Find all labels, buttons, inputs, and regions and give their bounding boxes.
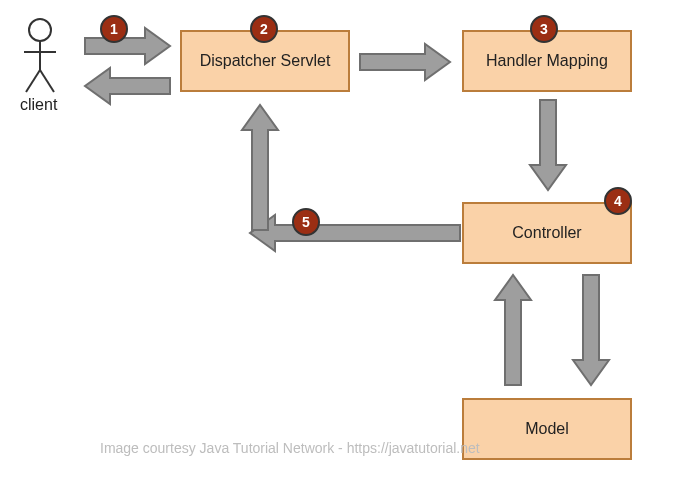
badge-2: 2	[250, 15, 278, 43]
box-controller: Controller	[462, 202, 632, 264]
credit-text: Image courtesy Java Tutorial Network - h…	[100, 440, 480, 456]
badge-5: 5	[292, 208, 320, 236]
svg-line-3	[26, 70, 40, 92]
box-model-label: Model	[525, 420, 569, 438]
client-label: client	[20, 96, 57, 114]
badge-1: 1	[100, 15, 128, 43]
arrow-controller-to-dispatcher	[250, 215, 460, 251]
arrow-dispatcher-to-client	[85, 68, 170, 104]
svg-point-0	[29, 19, 51, 41]
arrow-dispatcher-to-handler	[360, 44, 450, 80]
arrow-model-to-controller	[495, 275, 531, 385]
badge-4: 4	[604, 187, 632, 215]
arrow-controller-to-model	[573, 275, 609, 385]
box-model: Model	[462, 398, 632, 460]
box-controller-label: Controller	[512, 224, 581, 242]
svg-line-4	[40, 70, 54, 92]
arrow-client-to-dispatcher	[85, 28, 170, 64]
arrow-handler-to-controller	[530, 100, 566, 190]
badge-3: 3	[530, 15, 558, 43]
client-figure	[24, 19, 56, 92]
diagram-stage: client Dispatcher Servlet Handler Mappin…	[0, 0, 700, 500]
arrow-up-to-dispatcher	[242, 105, 278, 230]
box-dispatcher-label: Dispatcher Servlet	[200, 52, 331, 70]
box-handler-label: Handler Mapping	[486, 52, 608, 70]
